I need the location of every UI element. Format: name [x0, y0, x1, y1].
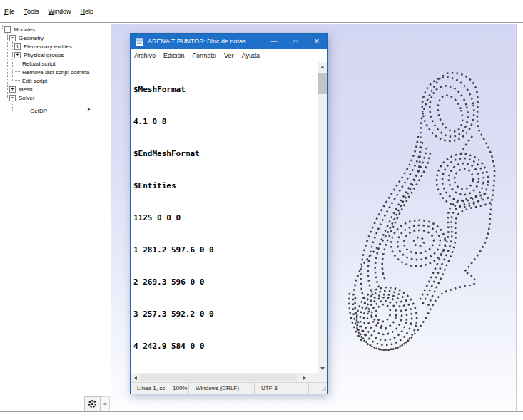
menu-archivo[interactable]: Archivo: [134, 52, 156, 59]
text-line: $MeshFormat: [133, 84, 318, 95]
tree-connector-line: [12, 111, 29, 111]
tree-item-label: Geometry: [19, 35, 44, 41]
tree-item-geometry[interactable]: - Geometry: [9, 34, 44, 42]
status-spacer: [309, 383, 327, 394]
text-line: $EndMeshFormat: [133, 148, 318, 159]
chevron-left-icon: [132, 376, 137, 380]
scroll-down-button[interactable]: [318, 364, 327, 373]
horizontal-scrollbar[interactable]: [131, 373, 327, 382]
status-cursor-position: Línea 1, cc: [131, 383, 166, 394]
menu-window[interactable]: Window: [49, 8, 71, 15]
menu-tools[interactable]: Tools: [24, 8, 39, 15]
contour-point-cloud: [314, 68, 516, 381]
chevron-up-icon: [320, 63, 325, 68]
expander-minus-icon[interactable]: -: [9, 95, 16, 101]
notepad-body: $MeshFormat 4.1 0 8 $EndMeshFormat $Enti…: [131, 62, 327, 373]
tree-item-label: Solver: [19, 95, 35, 101]
window-bottom-strip: [0, 411, 523, 420]
tree-item-label: Mesh: [19, 86, 33, 93]
text-line: 4.1 0 8: [133, 116, 318, 127]
chevron-down-icon: [320, 367, 325, 372]
vertical-scrollbar[interactable]: [318, 62, 327, 373]
text-editor-area[interactable]: $MeshFormat 4.1 0 8 $EndMeshFormat $Enti…: [131, 62, 318, 373]
notepad-menubar: Archivo Edición Formato Ver Ayuda: [131, 49, 327, 62]
menu-file[interactable]: File: [4, 8, 15, 15]
close-button[interactable]: ×: [306, 34, 327, 49]
notepad-icon: [136, 37, 143, 46]
scroll-up-button[interactable]: [318, 62, 327, 71]
tree-item-physical-groups[interactable]: + Physical groups: [14, 51, 64, 59]
expander-plus-icon[interactable]: +: [14, 43, 21, 50]
gmsh-desktop: { "gmsh": { "menubar": { "items": ["File…: [0, 0, 523, 420]
tree-item-label: GetDP: [30, 108, 47, 114]
scroll-right-button[interactable]: [300, 373, 309, 382]
tree-connector-line: [12, 80, 21, 81]
expander-minus-icon[interactable]: -: [4, 26, 11, 33]
submenu-arrow-icon: ▸: [88, 106, 91, 112]
notepad-titlebar[interactable]: ARENA T PUNTOS: Bloc de notas — □ ×: [131, 34, 327, 49]
scroll-left-button[interactable]: [131, 373, 140, 382]
tree-item-label: Edit script: [22, 78, 47, 84]
canvas-right-margin: [516, 24, 523, 411]
menu-ayuda[interactable]: Ayuda: [242, 52, 260, 59]
tree-connector-line: [12, 71, 21, 72]
tree-item-label: Elementary entities: [24, 43, 72, 50]
tree-item-label: Remove last script comma: [22, 69, 89, 76]
tree-item-label: Reload script: [22, 61, 56, 67]
status-zoom-level: 100%: [166, 383, 189, 394]
expander-minus-icon[interactable]: -: [9, 35, 16, 41]
chevron-right-icon: [303, 376, 308, 380]
tree-connector-line: [12, 41, 13, 80]
tree-item-solver[interactable]: - Solver: [9, 93, 35, 102]
notepad-statusbar: Línea 1, cc 100% Windows (CRLF) UTF-8: [131, 382, 327, 394]
menu-edicion[interactable]: Edición: [163, 52, 185, 59]
tree-item-getdp[interactable]: GetDP: [30, 106, 47, 115]
window-title: ARENA T PUNTOS: Bloc de notas: [148, 38, 263, 45]
tree-item-modules[interactable]: - Modules: [4, 25, 35, 34]
text-line: $Entities: [133, 180, 318, 191]
text-line: 1125 0 0 0: [133, 212, 318, 223]
text-line: 2 269.3 596 0 0: [133, 277, 318, 287]
gear-dropdown-button[interactable]: [101, 396, 110, 411]
status-line-ending: Windows (CRLF): [189, 383, 255, 394]
expander-plus-icon[interactable]: +: [9, 86, 16, 93]
expander-plus-icon[interactable]: +: [14, 52, 21, 58]
tree-connector-line: [12, 101, 13, 111]
menu-help[interactable]: Help: [81, 8, 94, 15]
chevron-down-icon: [103, 403, 107, 408]
menu-formato[interactable]: Formato: [193, 52, 217, 59]
gear-icon: [88, 399, 97, 409]
status-encoding: UTF-8: [255, 383, 309, 394]
text-line: 3 257.3 592.2 0 0: [133, 309, 318, 319]
notepad-window: ARENA T PUNTOS: Bloc de notas — □ × Arch…: [130, 33, 328, 394]
tree-item-remove-last-script-comma[interactable]: Remove last script comma: [22, 68, 89, 76]
menu-ver[interactable]: Ver: [224, 52, 234, 59]
gear-button[interactable]: [84, 396, 101, 411]
module-tree-panel: - Modules - Geometry + Elementary entiti…: [0, 24, 111, 411]
text-line: 4 242.9 584 0 0: [133, 341, 318, 352]
tree-item-label: Physical groups: [24, 52, 64, 58]
tree-item-edit-script[interactable]: Edit script: [22, 76, 47, 85]
tree-connector-line: [2, 24, 3, 29]
tree-connector-line: [12, 63, 21, 63]
resize-grip-icon: [321, 386, 326, 391]
maximize-button[interactable]: □: [285, 34, 306, 49]
minimize-button[interactable]: —: [263, 34, 285, 49]
app-menubar: File Tools Window Help: [0, 0, 523, 23]
tree-item-elementary-entities[interactable]: + Elementary entities: [14, 42, 72, 51]
tree-connector-line: [7, 33, 8, 97]
text-line: 1 281.2 597.6 0 0: [133, 245, 318, 255]
tree-item-mesh[interactable]: + Mesh: [9, 85, 33, 93]
vertical-scroll-thumb[interactable]: [318, 73, 327, 94]
tree-item-reload-script[interactable]: Reload script: [22, 59, 56, 68]
horizontal-scroll-thumb[interactable]: [140, 374, 297, 381]
tree-item-label: Modules: [14, 26, 35, 33]
